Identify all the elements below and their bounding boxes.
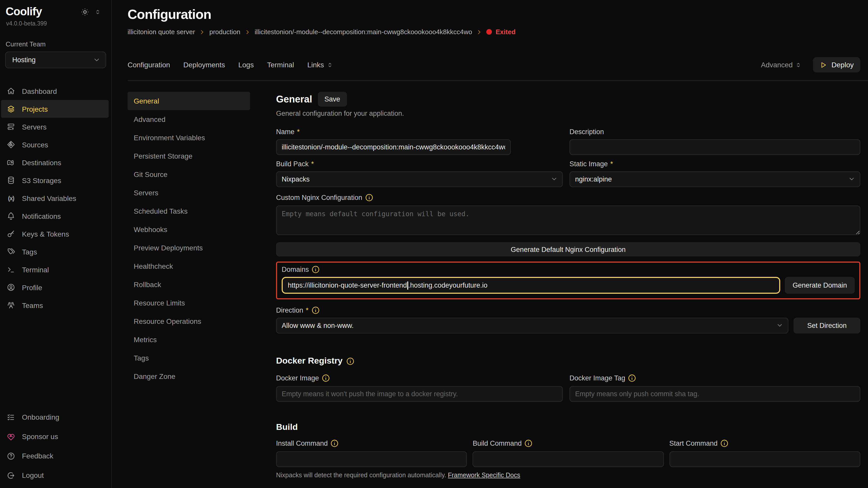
tab-configuration[interactable]: Configuration	[128, 61, 170, 69]
sidebar-item-sources[interactable]: Sources	[1, 136, 109, 154]
domains-input[interactable]: https://illicitonion-quote-server-fronte…	[282, 277, 780, 294]
info-icon[interactable]	[331, 439, 339, 448]
subnav-resource-operations[interactable]: Resource Operations	[128, 312, 250, 330]
sidebar-item-servers[interactable]: Servers	[1, 118, 109, 136]
framework-docs-link[interactable]: Framework Specific Docs	[448, 472, 520, 479]
logout-icon	[7, 471, 15, 480]
install-command-input[interactable]	[276, 451, 467, 467]
subnav-git-source[interactable]: Git Source	[128, 165, 250, 184]
docker-image-tag-input[interactable]	[569, 386, 860, 402]
build-pack-label: Build Pack*	[276, 160, 563, 168]
sidebar-item-projects[interactable]: Projects	[1, 100, 109, 118]
chevron-down-icon	[93, 56, 100, 64]
user-circle-icon	[7, 283, 15, 292]
save-button[interactable]: Save	[318, 92, 347, 106]
users-icon	[7, 301, 15, 310]
sidebar-item-profile[interactable]: Profile	[1, 279, 109, 296]
deploy-button[interactable]: Deploy	[813, 57, 860, 72]
subnav-healthcheck[interactable]: Healthcheck	[128, 257, 250, 275]
advanced-menu[interactable]: Advanced	[761, 61, 802, 69]
direction-select[interactable]: Allow www & non-www.	[276, 318, 788, 333]
sun-icon[interactable]	[81, 7, 89, 16]
sidebar-item-shared-variables[interactable]: (x) Shared Variables	[1, 189, 109, 207]
breadcrumb-application[interactable]: illicitestonion/-module--decomposition:m…	[255, 28, 472, 36]
subnav-metrics[interactable]: Metrics	[128, 330, 250, 349]
sidebar-item-destinations[interactable]: Destinations	[1, 154, 109, 171]
docker-image-label: Docker Image	[276, 374, 563, 383]
breadcrumb-project[interactable]: illicitonion quote server	[128, 28, 195, 36]
info-icon[interactable]	[365, 193, 374, 202]
status-badge: Exited	[487, 28, 516, 36]
section-heading-build: Build	[276, 422, 860, 432]
generate-domain-button[interactable]: Generate Domain	[785, 277, 855, 294]
name-input[interactable]	[276, 139, 511, 155]
breadcrumb-environment[interactable]: production	[209, 28, 240, 36]
sidebar-item-s3-storages[interactable]: S3 Storages	[1, 171, 109, 189]
build-command-label: Build Command	[473, 439, 664, 448]
sidebar-item-teams[interactable]: Teams	[1, 296, 109, 314]
generate-nginx-button[interactable]: Generate Default Nginx Configuration	[276, 242, 860, 257]
tab-deployments[interactable]: Deployments	[183, 61, 225, 69]
description-input[interactable]	[569, 139, 860, 155]
sidebar-item-onboarding[interactable]: Onboarding	[1, 408, 109, 427]
app-version: v4.0.0-beta.399	[0, 19, 111, 27]
static-image-select[interactable]: nginx:alpine	[569, 171, 860, 187]
tab-terminal[interactable]: Terminal	[267, 61, 294, 69]
status-dot-icon	[487, 29, 492, 35]
subnav-preview-deployments[interactable]: Preview Deployments	[128, 239, 250, 257]
selector-icon	[795, 61, 802, 68]
subnav-danger-zone[interactable]: Danger Zone	[128, 367, 250, 386]
info-icon[interactable]	[720, 439, 729, 448]
subnav-tags[interactable]: Tags	[128, 349, 250, 367]
build-command-input[interactable]	[473, 451, 664, 467]
nginx-config-textarea[interactable]	[276, 205, 860, 235]
build-pack-select[interactable]: Nixpacks	[276, 171, 563, 187]
required-asterisk: *	[311, 160, 314, 168]
breadcrumb: illicitonion quote server production ill…	[128, 28, 860, 36]
main-area: Configuration illicitonion quote server …	[112, 0, 868, 488]
sidebar-item-feedback[interactable]: Feedback	[1, 446, 109, 465]
sidebar-footer: Onboarding Sponsor us Feedback Logout	[0, 408, 111, 485]
general-form: General Save General configuration for y…	[276, 92, 860, 488]
sidebar-item-notifications[interactable]: Notifications	[1, 207, 109, 225]
info-icon[interactable]	[524, 439, 533, 448]
info-icon[interactable]	[346, 357, 355, 365]
tab-links[interactable]: Links	[307, 61, 333, 69]
info-icon[interactable]	[321, 374, 330, 383]
sidebar-item-terminal[interactable]: Terminal	[1, 261, 109, 279]
subnav-general[interactable]: General	[128, 92, 250, 110]
set-direction-button[interactable]: Set Direction	[794, 318, 860, 333]
subnav-servers[interactable]: Servers	[128, 184, 250, 202]
subnav-advanced[interactable]: Advanced	[128, 110, 250, 129]
start-command-input[interactable]	[669, 451, 860, 467]
subnav-scheduled-tasks[interactable]: Scheduled Tasks	[128, 202, 250, 220]
sidebar-item-tags[interactable]: Tags	[1, 243, 109, 261]
required-asterisk: *	[297, 128, 300, 136]
team-select[interactable]: Hosting	[5, 52, 106, 68]
info-icon[interactable]	[628, 374, 637, 383]
subnav-resource-limits[interactable]: Resource Limits	[128, 294, 250, 312]
info-icon[interactable]	[312, 265, 320, 274]
docker-image-input[interactable]	[276, 386, 563, 402]
subnav-persistent-storage[interactable]: Persistent Storage	[128, 147, 250, 165]
install-command-label: Install Command	[276, 439, 467, 448]
theme-selector-icon[interactable]	[94, 8, 101, 15]
subnav-webhooks[interactable]: Webhooks	[128, 220, 250, 239]
sidebar-item-keys-tokens[interactable]: Keys & Tokens	[1, 225, 109, 243]
description-label: Description	[569, 128, 860, 136]
info-icon[interactable]	[311, 306, 320, 315]
sidebar-nav: Dashboard Projects Servers Sources Desti…	[0, 82, 111, 314]
brand-logo: Coolify	[6, 5, 42, 19]
chevron-down-icon	[551, 175, 558, 183]
tab-logs[interactable]: Logs	[238, 61, 254, 69]
subnav-environment-variables[interactable]: Environment Variables	[128, 129, 250, 147]
page-title: Configuration	[128, 7, 860, 23]
section-heading-general: General	[276, 94, 312, 105]
nixpacks-helper-text: Nixpacks will detect the required config…	[276, 472, 860, 479]
subnav-rollback[interactable]: Rollback	[128, 275, 250, 294]
sidebar-item-sponsor-us[interactable]: Sponsor us	[1, 427, 109, 446]
sidebar-item-logout[interactable]: Logout	[1, 465, 109, 485]
sidebar-item-dashboard[interactable]: Dashboard	[1, 82, 109, 100]
server-icon	[7, 122, 15, 131]
tab-bar: Configuration Deployments Logs Terminal …	[128, 57, 868, 81]
